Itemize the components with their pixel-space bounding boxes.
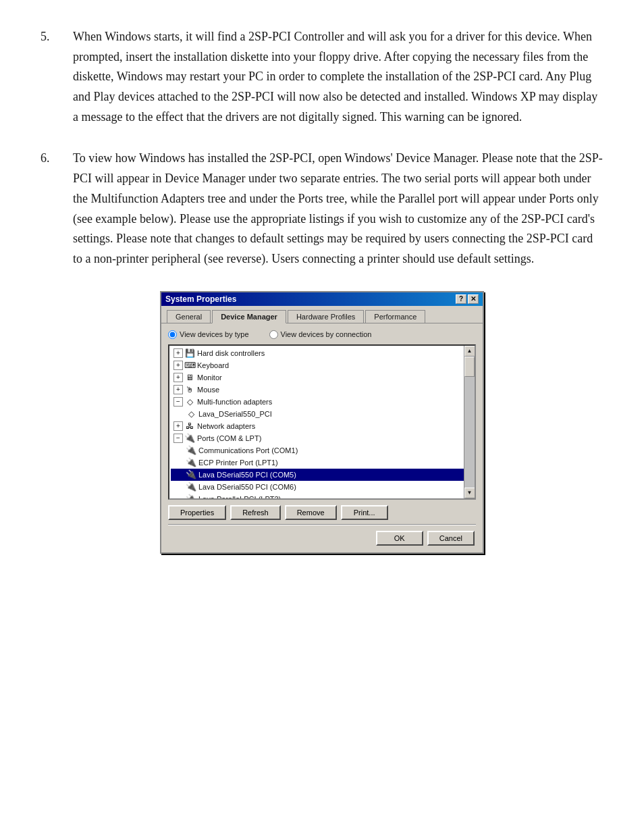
separator xyxy=(168,524,476,525)
com1-label: Communications Port (COM1) xyxy=(198,445,298,456)
com6-icon: 🔌 xyxy=(186,481,196,492)
hard-disk-label: Hard disk controllers xyxy=(197,348,265,359)
view-by-type-option[interactable]: View devices by type xyxy=(168,330,249,339)
tree-item-com6[interactable]: 🔌 Lava DSerial550 PCI (COM6) xyxy=(171,481,473,493)
tree-item-multifunction[interactable]: − ◇ Multi-function adapters xyxy=(171,396,473,408)
refresh-button[interactable]: Refresh xyxy=(230,505,281,520)
hard-disk-icon: 💾 xyxy=(184,348,195,359)
lpt1-label: ECP Printer Port (LPT1) xyxy=(198,457,278,468)
scrollbar-track[interactable] xyxy=(464,357,475,488)
dialog-buttons-row2: OK Cancel xyxy=(168,528,476,547)
lava-dserial-multi-label: Lava_DSerial550_PCI xyxy=(198,409,272,419)
tab-performance[interactable]: Performance xyxy=(365,310,425,323)
tab-hardware-profiles[interactable]: Hardware Profiles xyxy=(288,310,364,323)
expander-ports[interactable]: − xyxy=(173,434,183,443)
tree-item-lpt2[interactable]: 🔌 Lava Parallel-PCI (LPT2) xyxy=(171,493,473,500)
scroll-down-arrow[interactable]: ▼ xyxy=(464,488,475,498)
list-item-5: 5. When Windows starts, it will find a 2… xyxy=(41,27,603,127)
item-number-6: 6. xyxy=(41,149,73,269)
dialog-body: View devices by type View devices by con… xyxy=(161,323,483,552)
device-tree-container: + 💾 Hard disk controllers + ⌨ Keyboard xyxy=(168,344,476,500)
tree-item-keyboard[interactable]: + ⌨ Keyboard xyxy=(171,359,473,371)
tree-item-com5[interactable]: 🔌 Lava DSerial550 PCI (COM5) xyxy=(171,469,473,481)
view-by-type-radio[interactable] xyxy=(168,330,177,339)
item-text-5: When Windows starts, it will find a 2SP-… xyxy=(73,27,603,127)
lpt2-icon: 🔌 xyxy=(186,494,196,500)
ok-button[interactable]: OK xyxy=(376,531,423,546)
keyboard-label: Keyboard xyxy=(197,360,229,371)
ports-icon: 🔌 xyxy=(184,433,195,444)
view-by-connection-option[interactable]: View devices by connection xyxy=(269,330,372,339)
remove-button[interactable]: Remove xyxy=(285,505,337,520)
expander-network[interactable]: + xyxy=(173,421,183,431)
dialog-titlebar: System Properties ? ✕ xyxy=(161,292,483,306)
dialog-container: System Properties ? ✕ General Device Man… xyxy=(41,291,603,554)
cancel-button[interactable]: Cancel xyxy=(427,531,475,546)
expander-mouse[interactable]: + xyxy=(173,385,183,394)
expander-multifunction[interactable]: − xyxy=(173,397,183,407)
item-text-6: To view how Windows has installed the 2S… xyxy=(73,149,603,269)
expander-hard-disk[interactable]: + xyxy=(173,348,183,358)
network-icon: 🖧 xyxy=(184,421,195,432)
tree-item-hard-disk[interactable]: + 💾 Hard disk controllers xyxy=(171,347,473,359)
view-options: View devices by type View devices by con… xyxy=(168,330,476,339)
lava-dserial-multi-icon: ◇ xyxy=(186,409,196,419)
print-button[interactable]: Print... xyxy=(341,505,388,520)
multifunction-icon: ◇ xyxy=(184,396,195,407)
view-by-connection-label: View devices by connection xyxy=(281,330,372,338)
scroll-up-arrow[interactable]: ▲ xyxy=(464,346,475,357)
mouse-icon: 🖱 xyxy=(184,384,195,395)
close-button[interactable]: ✕ xyxy=(468,294,479,304)
tree-item-lava-dserial-multi[interactable]: ◇ Lava_DSerial550_PCI xyxy=(171,408,473,420)
properties-button[interactable]: Properties xyxy=(168,505,226,520)
device-tree: + 💾 Hard disk controllers + ⌨ Keyboard xyxy=(169,346,475,500)
com6-label: Lava DSerial550 PCI (COM6) xyxy=(198,481,296,492)
ports-label: Ports (COM & LPT) xyxy=(197,433,261,444)
item-number-5: 5. xyxy=(41,27,73,127)
lpt1-icon: 🔌 xyxy=(186,457,196,468)
network-label: Network adapters xyxy=(197,421,255,432)
help-button[interactable]: ? xyxy=(456,294,466,304)
tree-item-com1[interactable]: 🔌 Communications Port (COM1) xyxy=(171,444,473,457)
mouse-label: Mouse xyxy=(197,384,219,395)
dialog-title: System Properties xyxy=(165,294,236,304)
com5-icon: 🔌 xyxy=(186,469,196,480)
com5-label: Lava DSerial550 PCI (COM5) xyxy=(198,469,296,480)
view-by-type-label: View devices by type xyxy=(180,330,249,338)
dialog-tabs: General Device Manager Hardware Profiles… xyxy=(161,306,483,323)
system-properties-dialog: System Properties ? ✕ General Device Man… xyxy=(160,291,484,554)
tree-item-monitor[interactable]: + 🖥 Monitor xyxy=(171,371,473,384)
expander-monitor[interactable]: + xyxy=(173,373,183,382)
monitor-icon: 🖥 xyxy=(184,372,195,383)
view-by-connection-radio[interactable] xyxy=(269,330,278,339)
content-area: 5. When Windows starts, it will find a 2… xyxy=(41,27,603,554)
tree-item-network[interactable]: + 🖧 Network adapters xyxy=(171,420,473,432)
multifunction-label: Multi-function adapters xyxy=(197,396,272,407)
tree-item-ports[interactable]: − 🔌 Ports (COM & LPT) xyxy=(171,432,473,444)
keyboard-icon: ⌨ xyxy=(184,360,195,371)
tree-item-lpt1[interactable]: 🔌 ECP Printer Port (LPT1) xyxy=(171,457,473,469)
scrollbar-thumb[interactable] xyxy=(464,357,475,377)
expander-keyboard[interactable]: + xyxy=(173,361,183,370)
tab-general[interactable]: General xyxy=(167,310,211,323)
titlebar-controls: ? ✕ xyxy=(456,294,479,304)
tree-item-mouse[interactable]: + 🖱 Mouse xyxy=(171,384,473,396)
monitor-label: Monitor xyxy=(197,372,222,383)
com1-icon: 🔌 xyxy=(186,445,196,456)
scrollbar[interactable]: ▲ ▼ xyxy=(464,346,475,498)
dialog-buttons-row1: Properties Refresh Remove Print... xyxy=(168,505,476,520)
lpt2-label: Lava Parallel-PCI (LPT2) xyxy=(198,494,281,500)
list-item-6: 6. To view how Windows has installed the… xyxy=(41,149,603,269)
tab-device-manager[interactable]: Device Manager xyxy=(212,310,286,323)
